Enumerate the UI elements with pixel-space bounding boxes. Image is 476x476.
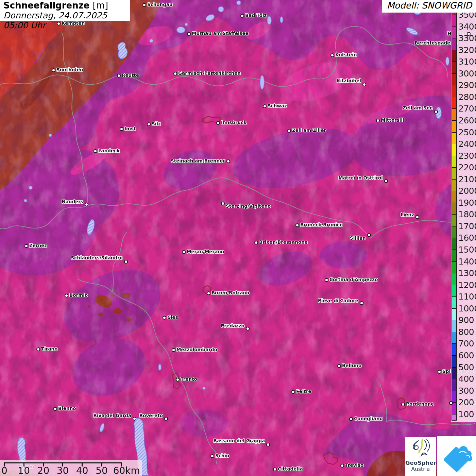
- city-label: Berchtesgaden: [414, 40, 454, 46]
- colorbar: [452, 12, 457, 421]
- city-label: Treviso: [345, 462, 363, 468]
- colorbar-segment: [452, 203, 456, 215]
- city-dot: [330, 53, 334, 57]
- title-unit: [m]: [93, 0, 108, 11]
- colorbar-segment: [452, 414, 456, 420]
- city-dot: [210, 454, 214, 458]
- city-dot: [24, 244, 28, 248]
- city-dot: [142, 3, 146, 7]
- title-text: Schneefallgrenze: [3, 0, 89, 11]
- colorbar-segment: [452, 262, 456, 273]
- colorbar-segment: [452, 344, 456, 355]
- city-label: Pieve di Cadore: [318, 298, 358, 304]
- city-label: Schio: [215, 453, 229, 459]
- scale-bar-number: 10: [18, 465, 30, 476]
- colorbar-segment: [452, 273, 456, 285]
- colorbar-segment: [452, 109, 456, 120]
- city-dot: [295, 223, 299, 227]
- city-dot: [221, 202, 225, 205]
- colorbar-segment: [452, 285, 456, 297]
- city-label: Steinach am Brenner: [171, 158, 225, 164]
- geosphere-contour-icon: [410, 437, 431, 458]
- scale-bar-number: 30: [57, 465, 69, 476]
- colorbar-segment: [452, 320, 456, 332]
- scale-bar: 0102030405060km: [0, 460, 142, 476]
- mountain-cloud-icon: [437, 436, 476, 476]
- colorbar-segment: [452, 121, 456, 132]
- city-dot: [187, 32, 191, 36]
- scale-bar-number: 60km: [113, 465, 140, 476]
- colorbar-segment: [452, 50, 456, 62]
- colorbar-segment: [452, 215, 456, 226]
- colorbar-segment: [452, 144, 456, 156]
- city-label: Imst: [124, 126, 136, 132]
- colorbar-segment: [452, 226, 456, 238]
- city-dot: [53, 407, 57, 411]
- city-dot: [401, 403, 405, 406]
- city-dot: [376, 119, 380, 122]
- page-title: Schneefallgrenze [m]: [3, 0, 127, 11]
- city-label: Matrei in Osttirol: [338, 175, 383, 181]
- city-dot: [173, 72, 177, 75]
- city-dot: [349, 417, 353, 421]
- colorbar-segment: [452, 27, 456, 38]
- model-label: Modell: SNOWGRID: [382, 0, 476, 13]
- colorbar-segment: [452, 403, 456, 414]
- city-label: Zell am See: [403, 105, 433, 111]
- city-dot: [182, 250, 186, 254]
- city-label: Zell am Ziller: [292, 128, 326, 133]
- city-dot: [65, 294, 68, 298]
- city-dot: [207, 291, 210, 295]
- city-label: Reutte: [122, 72, 139, 78]
- city-label: Cortina d'Ampezzo: [329, 277, 378, 283]
- city-label: Sillian: [350, 235, 366, 241]
- city-dot: [340, 464, 344, 468]
- city-label: Sonthofen: [56, 67, 83, 73]
- city-dot: [325, 278, 328, 282]
- timestamp: Donnerstag, 24.07.2025 05:00 Uhr: [3, 11, 127, 30]
- city-label: Garmisch-Partenkirchen: [178, 70, 241, 76]
- city-label: Schwaz: [268, 103, 287, 109]
- city-dot: [360, 301, 363, 305]
- city-dot: [124, 260, 128, 264]
- geosphere-logo: GeoSphere Austria: [405, 437, 436, 476]
- city-dot: [176, 378, 180, 381]
- city-dot: [287, 129, 291, 133]
- city-dot: [438, 370, 441, 374]
- colorbar-segment: [452, 38, 456, 50]
- city-label: Brixen/Bressanone: [259, 239, 308, 245]
- city-label: Sterzing/Vipiteno: [226, 203, 271, 209]
- colorbar-segment: [452, 368, 456, 379]
- colorbar-segment: [452, 379, 456, 391]
- city-label: Bruneck/Brunico: [300, 222, 343, 228]
- city-dot: [120, 127, 123, 131]
- city-dot: [273, 468, 277, 471]
- city-dot: [226, 159, 230, 163]
- city-dot: [172, 348, 175, 352]
- city-dot: [367, 233, 371, 237]
- city-label: Kitzbühel: [337, 78, 361, 84]
- city-label: Bozen/Bolzano: [211, 290, 249, 296]
- colorbar-segment: [452, 238, 456, 250]
- city-dot: [147, 122, 151, 126]
- colorbar-segment: [452, 391, 456, 403]
- city-dot: [240, 14, 244, 18]
- city-label: Bassano del Grappa: [213, 438, 265, 444]
- colorbar-segment: [452, 309, 456, 320]
- city-dot: [362, 83, 366, 86]
- geosphere-name: GeoSphere: [405, 460, 436, 466]
- colorbar-segment: [452, 180, 456, 191]
- colorbar-segment: [452, 97, 456, 109]
- city-dot: [94, 149, 97, 153]
- scale-bar-number: 0: [1, 465, 7, 476]
- city-label: Pordenone: [406, 401, 434, 407]
- snowfall-limit-map: SchongauBad TölzKemptenMurnau am Staffel…: [0, 0, 476, 476]
- scale-bar-number: 40: [76, 465, 88, 476]
- city-dot: [216, 121, 220, 125]
- city-label: Mezzolombardo: [176, 347, 217, 353]
- city-dot: [415, 215, 419, 219]
- scale-bar-number: 50: [96, 465, 108, 476]
- city-label: Rovereto: [139, 413, 163, 419]
- colorbar-segment: [452, 168, 456, 179]
- city-dot: [133, 417, 136, 421]
